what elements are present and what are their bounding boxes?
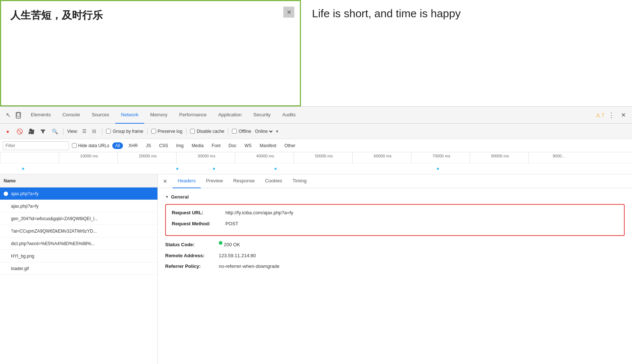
timeline-area: 10000 ms 20000 ms 30000 ms 40000 ms 5000… (0, 152, 632, 174)
devtools-icons: ↖ (1, 111, 25, 120)
tab-sources[interactable]: Sources (86, 107, 115, 124)
filter-input[interactable] (3, 141, 69, 150)
timeline-dot-3 (213, 168, 215, 170)
doc-filter-button[interactable]: Doc (226, 142, 239, 149)
request-url-row: Request URL: http://fy.iciba.com/ajax.ph… (172, 209, 618, 216)
tab-console[interactable]: Console (57, 107, 86, 124)
tab-network[interactable]: Network (115, 107, 145, 124)
manifest-filter-button[interactable]: Manifest (257, 142, 279, 149)
group-by-frame-checkbox[interactable] (106, 129, 111, 134)
tab-security[interactable]: Security (247, 107, 276, 124)
offline-checkbox[interactable] (232, 129, 237, 134)
details-panel: ✕ Headers Preview Response Cookies Timin… (158, 174, 632, 364)
file-item-6[interactable]: loader.gif (0, 262, 157, 275)
detail-tab-headers[interactable]: Headers (172, 174, 201, 188)
toolbar-separator-5 (228, 128, 228, 135)
request-method-label: Request Method: (172, 220, 223, 228)
timeline-tick-9: 9000... (529, 152, 587, 163)
offline-label[interactable]: Offline (232, 129, 251, 134)
css-filter-button[interactable]: CSS (156, 142, 171, 149)
file-status-icon-4 (4, 241, 8, 246)
media-filter-button[interactable]: Media (189, 142, 206, 149)
ws-filter-button[interactable]: WS (242, 142, 254, 149)
file-item-5[interactable]: HYI_bg.png (0, 250, 157, 262)
detail-tab-cookies[interactable]: Cookies (260, 174, 287, 188)
devtools-panel: ↖ Elements Console Sources Network Memor… (0, 106, 632, 364)
more-options-icon[interactable]: ⋮ (607, 111, 616, 120)
img-filter-button[interactable]: Img (174, 142, 186, 149)
network-toolbar: ● 🚫 🎥 🔍 View: ☰ ⊟ Group by frame Preserv… (0, 124, 632, 139)
file-item-3[interactable]: ?ai=CCupmZA9QW6DkEMv32ATWr6zYD... (0, 225, 157, 237)
tab-application[interactable]: Application (213, 107, 248, 124)
detail-tab-response[interactable]: Response (228, 174, 260, 188)
timeline-tick-8: 80000 ms (470, 152, 529, 163)
timeline-tick-6: 60000 ms (352, 152, 411, 163)
referrer-policy-row: Referrer Policy: no-referrer-when-downgr… (165, 263, 625, 270)
svg-rect-1 (17, 113, 20, 116)
toolbar-separator-4 (186, 128, 186, 135)
capture-screenshot-button[interactable]: 🎥 (26, 127, 36, 136)
referrer-policy-label: Referrer Policy: (165, 263, 217, 270)
timeline-dot-5 (437, 168, 439, 170)
clear-button[interactable]: 🚫 (15, 127, 24, 136)
page-left: 人生苦短，及时行乐 ✕ (0, 0, 301, 106)
detail-tab-timing[interactable]: Timing (287, 174, 312, 188)
file-item-2[interactable]: gen_204?id=wfocus&gqid=ZA9QW8iQEI_l... (0, 212, 157, 225)
detail-tab-preview[interactable]: Preview (201, 174, 228, 188)
list-view-icon[interactable]: ☰ (80, 127, 89, 136)
hide-data-urls-label[interactable]: Hide data URLs (72, 143, 109, 148)
timeline-tick-1: 10000 ms (59, 152, 117, 163)
tab-performance[interactable]: Performance (173, 107, 212, 124)
close-devtools-icon[interactable]: ✕ (619, 111, 628, 120)
file-status-icon-2 (4, 216, 8, 221)
timeline-dot-4 (275, 168, 277, 170)
js-filter-button[interactable]: JS (143, 142, 153, 149)
timeline-content (0, 163, 632, 174)
other-filter-button[interactable]: Other (282, 142, 298, 149)
network-throttle-select[interactable]: Online (254, 128, 274, 134)
details-close-button[interactable]: ✕ (161, 177, 170, 186)
tab-memory[interactable]: Memory (144, 107, 173, 124)
file-status-icon-3 (4, 229, 8, 233)
devtools-tab-bar: ↖ Elements Console Sources Network Memor… (0, 107, 632, 124)
request-url-box: Request URL: http://fy.iciba.com/ajax.ph… (165, 204, 625, 236)
preserve-log-checkbox[interactable] (151, 129, 156, 134)
file-status-icon-6 (4, 266, 8, 271)
hide-data-urls-checkbox[interactable] (72, 143, 77, 148)
group-by-frame-label[interactable]: Group by frame (106, 129, 143, 134)
tab-audits[interactable]: Audits (276, 107, 301, 124)
cursor-icon[interactable]: ↖ (4, 111, 12, 120)
view-icons: ☰ ⊟ (80, 127, 98, 136)
file-item-1[interactable]: ajax.php?a=fy (0, 200, 157, 212)
record-button[interactable]: ● (3, 127, 12, 136)
details-tabs: ✕ Headers Preview Response Cookies Timin… (158, 174, 632, 188)
toolbar-separator-2 (102, 128, 102, 135)
disable-cache-label[interactable]: Disable cache (190, 129, 224, 134)
font-filter-button[interactable]: Font (209, 142, 223, 149)
all-filter-button[interactable]: All (112, 142, 123, 149)
file-item-0[interactable]: ajax.php?a=fy (0, 188, 157, 200)
file-list-header: Name (0, 174, 157, 188)
remote-address-value: 123.59.11.214:80 (219, 252, 256, 259)
request-method-value: POST (225, 220, 238, 228)
xhr-filter-button[interactable]: XHR (126, 142, 140, 149)
timeline-dot-2 (176, 168, 178, 170)
warning-badge: ⚠ 7 (596, 112, 604, 118)
tab-elements[interactable]: Elements (25, 107, 57, 124)
mobile-icon[interactable] (14, 111, 23, 120)
page-right: Life is short, and time is happy (301, 0, 632, 106)
timeline-ruler: 10000 ms 20000 ms 30000 ms 40000 ms 5000… (0, 152, 632, 163)
search-button[interactable]: 🔍 (50, 127, 59, 136)
english-text: Life is short, and time is happy (312, 7, 461, 19)
referrer-policy-value: no-referrer-when-downgrade (219, 263, 279, 270)
grid-view-icon[interactable]: ⊟ (90, 127, 98, 136)
filter-icon-button[interactable] (38, 127, 48, 136)
close-button[interactable]: ✕ (283, 7, 294, 18)
status-code-label: Status Code: (165, 241, 217, 248)
remote-address-label: Remote Address: (165, 252, 217, 259)
disable-cache-checkbox[interactable] (190, 129, 195, 134)
remote-address-row: Remote Address: 123.59.11.214:80 (165, 252, 625, 259)
preserve-log-label[interactable]: Preserve log (151, 129, 182, 134)
triangle-icon: ▼ (165, 195, 169, 199)
file-item-4[interactable]: dict.php?word=%E5%A4%8D%E5%88%... (0, 237, 157, 250)
